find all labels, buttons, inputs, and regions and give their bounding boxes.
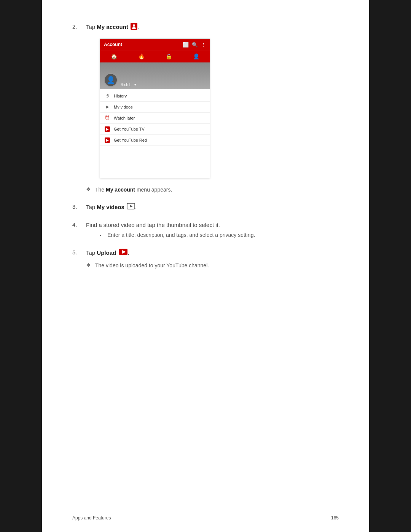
yt-history-icon: ⏱ — [105, 93, 110, 99]
step-5-result-text: The video is uploaded to your YouTube ch… — [95, 262, 209, 270]
step-3-prefix: Tap — [86, 204, 97, 210]
step-5-content: Tap Upload . ❖ The video is uploaded to … — [86, 249, 339, 270]
yt-cast-icon: ⬜ — [183, 42, 189, 48]
yt-menu-watchlater: ⏰ Watch later — [100, 113, 210, 124]
yt-yttv-label: Get YouTube TV — [114, 127, 145, 131]
step-3-number: 3. — [72, 203, 86, 210]
step-2: 2. Tap My account . Account ⬜ — [72, 23, 339, 194]
step-4: 4. Find a stored video and tap the thumb… — [72, 221, 339, 240]
step-5-text: Tap Upload . — [86, 249, 339, 258]
yt-red-icon: ▶ — [105, 137, 110, 143]
step-4-content: Find a stored video and tap the thumbnai… — [86, 221, 339, 240]
yt-app-header: Account ⬜ 🔍 ⋮ — [100, 39, 210, 51]
yt-account-tab: 👤 — [193, 53, 199, 59]
svg-point-1 — [133, 24, 135, 27]
yt-menu-spacer — [100, 146, 210, 176]
svg-marker-4 — [130, 205, 133, 208]
step-2-content: Tap My account . Account ⬜ 🔍 — [86, 23, 339, 194]
yt-trending-tab: 🔥 — [138, 53, 145, 59]
step-2-number: 2. — [72, 23, 86, 30]
page-content: 2. Tap My account . Account ⬜ — [42, 0, 369, 532]
step-5-number: 5. — [72, 249, 86, 256]
page-footer: Apps and Features 165 — [42, 515, 369, 521]
yt-subscriptions-tab: 🔒 — [166, 53, 172, 59]
svg-point-2 — [132, 27, 136, 29]
step-2-result: ❖ The My account menu appears. — [86, 186, 339, 194]
step-2-text: Tap My account . — [86, 23, 339, 32]
yt-home-tab: 🏠 — [111, 53, 117, 59]
yt-history-label: History — [114, 94, 127, 98]
step-5-result: ❖ The video is uploaded to your YouTube … — [86, 262, 339, 270]
yt-menu-yttv: ▶ Get YouTube TV — [100, 124, 210, 135]
yt-myvideos-icon: ▶ — [105, 104, 110, 110]
step-3-bold: My videos — [97, 204, 124, 210]
yt-header-icons: ⬜ 🔍 ⋮ — [183, 42, 206, 48]
step-4-sub-bullets: ▪ Enter a title, description, and tags, … — [100, 232, 339, 238]
yt-watchlater-icon: ⏰ — [105, 115, 110, 121]
account-icon — [131, 23, 137, 32]
step-2-prefix: Tap — [86, 24, 97, 30]
footer-left-text: Apps and Features — [72, 515, 111, 521]
yt-myvideos-label: My videos — [114, 105, 133, 109]
yt-username-text: Rich L. — [121, 83, 132, 87]
yt-more-icon: ⋮ — [201, 42, 206, 48]
yt-user-banner: Rich L. ▼ — [100, 62, 210, 89]
step-2-result-text: The My account menu appears. — [95, 186, 172, 194]
yt-ytred-label: Get YouTube Red — [114, 138, 147, 142]
step-5-prefix: Tap — [86, 249, 97, 256]
youtube-screenshot: Account ⬜ 🔍 ⋮ 🏠 🔥 🔒 👤 — [100, 38, 210, 178]
sub-bullet-text-1: Enter a title, description, and tags, an… — [107, 232, 255, 238]
yt-header-title: Account — [104, 42, 122, 47]
yt-username: Rich L. ▼ — [121, 83, 137, 87]
yt-watchlater-label: Watch later — [114, 116, 135, 120]
yt-menu-list: ⏱ History ▶ My videos ⏰ Watch later ▶ Ge… — [100, 89, 210, 178]
step-4-sub-bullet-1: ▪ Enter a title, description, and tags, … — [100, 232, 339, 238]
footer-page-number: 165 — [331, 515, 339, 521]
step-4-number: 4. — [72, 221, 86, 228]
yt-menu-history: ⏱ History — [100, 91, 210, 102]
yt-menu-myvideos: ▶ My videos — [100, 102, 210, 113]
yt-search-icon: 🔍 — [192, 42, 198, 48]
step-5-bold: Upload — [97, 249, 116, 256]
step-2-bold: My account — [97, 24, 128, 30]
step-3-text: Tap My videos . — [86, 203, 339, 212]
step-4-text: Find a stored video and tap the thumbnai… — [86, 221, 339, 230]
upload-icon — [119, 249, 127, 258]
step-5: 5. Tap Upload . ❖ The video is uploaded … — [72, 249, 339, 270]
myvideos-icon — [127, 203, 135, 212]
step-3: 3. Tap My videos . — [72, 203, 339, 212]
yt-tab-bar: 🏠 🔥 🔒 👤 — [100, 51, 210, 62]
step-3-content: Tap My videos . — [86, 203, 339, 212]
yt-user-avatar — [104, 73, 118, 87]
yt-tv-icon: ▶ — [105, 126, 110, 132]
sub-bullet-dot: ▪ — [100, 232, 104, 238]
yt-menu-ytred: ▶ Get YouTube Red — [100, 135, 210, 146]
yt-dropdown-arrow-icon: ▼ — [134, 83, 137, 86]
step-5-result-bullet: ❖ — [86, 262, 95, 268]
step-2-result-bullet: ❖ — [86, 186, 95, 192]
